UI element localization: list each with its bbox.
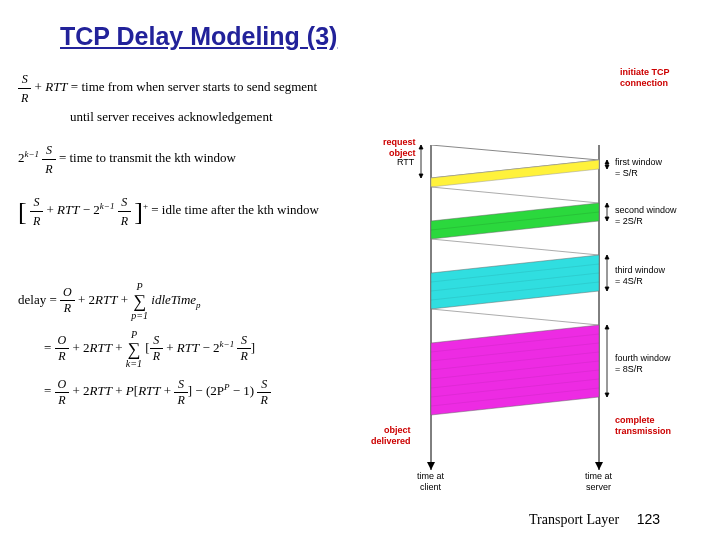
frac-num: S bbox=[42, 141, 55, 160]
label-request-object: request object bbox=[383, 137, 416, 159]
exp-km1: k−1 bbox=[100, 201, 115, 211]
label-time-client: time at client bbox=[417, 471, 444, 493]
slide-title: TCP Delay Modeling (3) bbox=[60, 22, 337, 51]
frac-den: R bbox=[55, 393, 70, 408]
svg-line-4 bbox=[431, 145, 599, 160]
plus-sign: + bbox=[47, 202, 54, 217]
minus-sign: − bbox=[83, 202, 90, 217]
eq2-text: = time to transmit the kth window bbox=[59, 150, 236, 165]
slide-footer: Transport Layer 123 bbox=[529, 511, 660, 528]
tcp-window-diagram: initiate TCP connection request object R… bbox=[375, 145, 705, 480]
label-time-server: time at server bbox=[585, 471, 612, 493]
equals: = bbox=[49, 291, 56, 306]
rtt-term: RTT bbox=[177, 339, 199, 354]
frac-den: R bbox=[174, 393, 187, 408]
plus-sign: + bbox=[166, 339, 173, 354]
frac-num: O bbox=[55, 377, 70, 393]
frac-num: O bbox=[55, 333, 70, 349]
exp-km1: k−1 bbox=[220, 338, 235, 348]
label-window-1: first window = S/R bbox=[615, 157, 662, 179]
sum-top: P bbox=[131, 329, 137, 340]
idle-term: idleTime bbox=[151, 291, 196, 306]
minus-sign: − bbox=[233, 383, 240, 398]
frac-den: R bbox=[150, 349, 163, 364]
frac-num: S bbox=[118, 193, 131, 212]
frac-den: R bbox=[30, 212, 43, 230]
equals: = bbox=[44, 383, 51, 398]
plus-sign: + bbox=[73, 339, 80, 354]
frac-den: R bbox=[42, 160, 55, 178]
plus-superscript: + bbox=[143, 201, 148, 211]
equation-1: SR + RTT = time from when server starts … bbox=[18, 70, 388, 127]
one: 1 bbox=[243, 383, 250, 398]
frac-num: S bbox=[18, 70, 31, 89]
label-window-4: fourth window = 8S/R bbox=[615, 353, 671, 375]
rtt-term: RTT bbox=[138, 383, 160, 398]
footer-page-number: 123 bbox=[637, 511, 660, 527]
rtt-term: RTT bbox=[90, 383, 112, 398]
frac-num: S bbox=[150, 333, 163, 349]
label-delivered: object delivered bbox=[371, 425, 411, 447]
delay-equation: delay = OR + 2RTT + P∑p=1 idleTimep = OR… bbox=[18, 281, 388, 408]
label-complete: complete transmission bbox=[615, 415, 671, 437]
rtt-term: RTT bbox=[45, 79, 67, 94]
equation-3: [ SR + RTT − 2k−1 SR ]+ = idle time afte… bbox=[18, 192, 388, 231]
frac-num: S bbox=[257, 377, 270, 393]
frac-num: S bbox=[30, 193, 43, 212]
plus-sign: + bbox=[115, 383, 122, 398]
frac-num: O bbox=[60, 285, 75, 301]
sum-bot: p=1 bbox=[131, 310, 148, 321]
svg-line-8 bbox=[431, 239, 599, 255]
equation-2: 2k−1 SR = time to transmit the kth windo… bbox=[18, 141, 388, 178]
sum-bot: k=1 bbox=[126, 358, 142, 369]
plus-sign: + bbox=[121, 291, 128, 306]
rtt-term: RTT bbox=[95, 291, 117, 306]
frac-den: R bbox=[257, 393, 270, 408]
plus-sign: + bbox=[73, 383, 80, 398]
frac-den: R bbox=[60, 301, 75, 316]
bracket-close: ] bbox=[134, 192, 143, 231]
frac-den: R bbox=[18, 89, 31, 107]
minus-sign: − bbox=[202, 339, 209, 354]
sum-top: P bbox=[137, 281, 143, 292]
eq3-text: = idle time after the kth window bbox=[151, 202, 319, 217]
eq1-text-b: until server receives acknowledgement bbox=[70, 109, 273, 124]
rtt-term: RTT bbox=[90, 339, 112, 354]
svg-line-6 bbox=[431, 187, 599, 203]
plus-sign: + bbox=[164, 383, 171, 398]
exp-km1: k−1 bbox=[25, 149, 40, 159]
frac-num: S bbox=[174, 377, 187, 393]
label-window-3: third window = 4S/R bbox=[615, 265, 665, 287]
label-window-2: second window = 2S/R bbox=[615, 205, 677, 227]
rtt-term: RTT bbox=[57, 202, 79, 217]
equations-block: SR + RTT = time from when server starts … bbox=[18, 70, 388, 416]
label-initiate-tcp: initiate TCP connection bbox=[620, 67, 670, 89]
frac-den: R bbox=[55, 349, 70, 364]
minus-sign: − bbox=[195, 383, 202, 398]
equals: = bbox=[44, 339, 51, 354]
svg-line-12 bbox=[431, 309, 599, 325]
delay-word: delay bbox=[18, 291, 46, 306]
eq1-text-a: = time from when server starts to send s… bbox=[71, 79, 317, 94]
two-p: 2P bbox=[210, 383, 224, 398]
frac-num: S bbox=[237, 333, 250, 349]
plus-sign: + bbox=[115, 339, 122, 354]
footer-section: Transport Layer bbox=[529, 512, 619, 527]
plus-sign: + bbox=[35, 79, 42, 94]
p-term: P bbox=[126, 383, 134, 398]
frac-den: R bbox=[118, 212, 131, 230]
label-rtt: RTT bbox=[397, 157, 414, 168]
bracket-open: [ bbox=[18, 192, 27, 231]
plus-sign: + bbox=[78, 291, 85, 306]
frac-den: R bbox=[237, 349, 250, 364]
